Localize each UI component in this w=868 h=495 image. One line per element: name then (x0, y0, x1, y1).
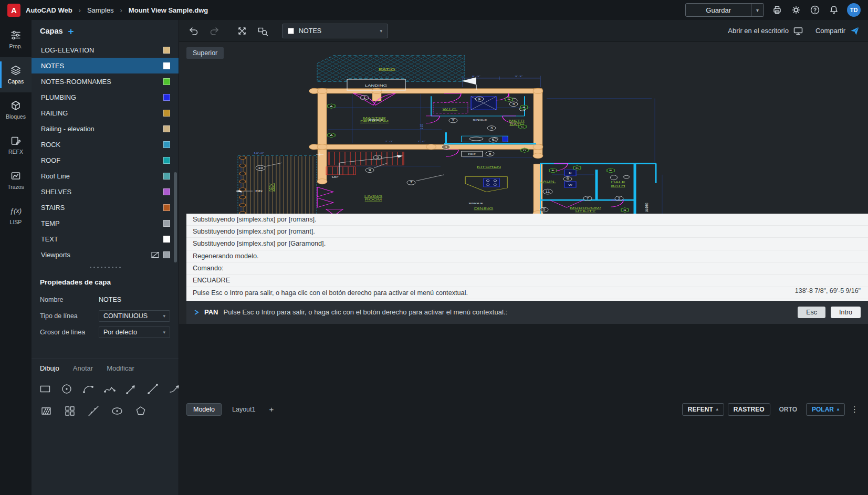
layer-row[interactable]: NOTES-ROOMNAMES (32, 73, 179, 89)
cyan-walls (238, 96, 656, 213)
layers-panel-title: Capas (40, 27, 63, 35)
tab-modificar[interactable]: Modificar (107, 364, 134, 372)
svg-text:8'-0": 8'-0" (472, 75, 480, 78)
layer-color-swatch[interactable] (163, 62, 170, 69)
toggle-rastreo[interactable]: RASTREO (728, 403, 770, 416)
side-panel: Capas + LOG-ELEVATION NOTES NOTES-ROOMNA… (32, 20, 179, 495)
view-orientation-badge[interactable]: Superior (186, 47, 224, 59)
zoom-window-icon[interactable] (256, 25, 269, 37)
ellipse-tool-icon[interactable] (110, 404, 124, 418)
rail-item-lisp[interactable]: ƒ(x) LISP (0, 198, 32, 233)
polyline-tool-icon[interactable] (103, 382, 116, 396)
ray-tool-icon[interactable] (125, 382, 138, 396)
layers-scrollbar[interactable] (174, 172, 177, 262)
rail-item-properties[interactable]: Prop. (0, 22, 32, 57)
add-layout-button[interactable]: + (266, 405, 277, 414)
rail-item-plots[interactable]: Trazos (0, 163, 32, 198)
layer-row[interactable]: Roof Line (32, 168, 179, 184)
rectangle-tool-icon[interactable] (39, 382, 51, 396)
polygon-tool-icon[interactable] (133, 404, 148, 418)
lineweight-select[interactable]: Por defecto▾ (99, 327, 170, 338)
svg-text:3'-3": 3'-3" (515, 75, 523, 78)
toggle-polar[interactable]: POLAR▴ (806, 403, 845, 416)
rail-item-layers[interactable]: Capas (0, 57, 32, 92)
layer-row[interactable]: STAIRS (32, 199, 179, 215)
layer-color-swatch[interactable] (163, 157, 170, 164)
svg-text:7'-0": 7'-0" (417, 140, 426, 143)
arc-tool-icon[interactable] (82, 382, 95, 396)
toggle-refent[interactable]: REFENT▴ (682, 403, 724, 416)
layer-row[interactable]: Railing - elevation (32, 121, 179, 136)
layer-color-swatch[interactable] (163, 220, 170, 227)
dimension-tool-icon[interactable] (86, 404, 101, 418)
share-link[interactable]: Compartir (815, 26, 860, 36)
add-layer-button[interactable]: + (68, 26, 74, 36)
layer-row[interactable]: ROOF (32, 152, 179, 168)
name-value: NOTES (99, 296, 121, 303)
layer-row[interactable]: LOG-ELEVATION (32, 42, 179, 58)
notifications-bell-icon[interactable] (828, 4, 840, 16)
linetype-select[interactable]: CONTINUOUS▾ (99, 310, 170, 322)
redo-icon[interactable] (208, 25, 221, 37)
hatch-tool-icon[interactable] (39, 404, 54, 418)
layer-row[interactable]: Viewports (32, 247, 179, 262)
layer-color-swatch[interactable] (163, 141, 170, 148)
rail-item-blocks[interactable]: Bloques (0, 92, 32, 128)
breadcrumb-folder[interactable]: Samples (87, 6, 114, 14)
esc-button[interactable]: Esc (798, 307, 825, 318)
tab-dibujo[interactable]: Dibujo (40, 364, 59, 372)
open-in-desktop-link[interactable]: Abrir en el escritorio (728, 26, 803, 36)
layer-color-swatch[interactable] (163, 204, 170, 211)
settings-gear-icon[interactable] (790, 4, 802, 16)
cursor-coordinates: 138'-8 7/8", 69'-5 9/16" (795, 287, 861, 294)
rail-item-xref[interactable]: REFX (0, 128, 32, 163)
label-up: UP (331, 176, 338, 179)
match-properties-icon[interactable] (236, 25, 248, 37)
command-history-panel[interactable]: Substituyendo [simplex.shx] por [romans]… (186, 214, 868, 301)
layer-color-swatch[interactable] (163, 173, 170, 180)
toggle-orto[interactable]: ORTO (774, 404, 802, 415)
tab-modelo[interactable]: Modelo (186, 403, 222, 416)
save-button[interactable]: Guardar (686, 4, 751, 16)
panel-resize-handle[interactable] (32, 263, 179, 272)
tab-layout1[interactable]: Layout1 (226, 404, 262, 415)
svg-text:4: 4 (445, 146, 447, 149)
layer-color-swatch[interactable] (163, 78, 170, 85)
current-layer-dropdown[interactable]: NOTES ▾ (282, 24, 388, 38)
svg-text:C: C (521, 125, 524, 128)
drawing-canvas[interactable]: 8'-0" 3'-3" 7'-0" 7'-0" 10'-0" 1-1/2 PAT… (179, 42, 868, 214)
layer-row[interactable]: ROCK (32, 136, 179, 152)
autocad-logo[interactable]: A (7, 4, 20, 17)
tab-anotar[interactable]: Anotar (73, 364, 93, 372)
draw-tools-panel: Dibujo Anotar Modificar (32, 358, 179, 422)
array-tool-icon[interactable] (62, 404, 77, 418)
layer-color-swatch[interactable] (163, 236, 170, 243)
layer-row[interactable]: TEMP (32, 215, 179, 231)
layer-color-swatch[interactable] (163, 110, 170, 117)
undo-icon[interactable] (187, 25, 200, 37)
command-prompt-bar[interactable]: PAN Pulse Esc o Intro para salir, o haga… (186, 301, 868, 324)
help-icon[interactable] (809, 4, 821, 16)
breadcrumb-app[interactable]: AutoCAD Web (26, 6, 72, 14)
save-split-button[interactable]: Guardar ▾ (685, 3, 764, 17)
status-overflow-menu[interactable]: ⋮ (849, 405, 861, 414)
user-avatar[interactable]: TD (847, 3, 861, 17)
prompt-message: Pulse Esc o Intro para salir, o haga cli… (223, 308, 507, 316)
layer-color-swatch[interactable] (163, 188, 170, 195)
svg-text:7: 7 (410, 181, 413, 184)
layer-color-swatch[interactable] (163, 125, 170, 132)
circle-tool-icon[interactable] (60, 382, 73, 396)
print-icon[interactable] (771, 4, 783, 16)
layer-color-swatch[interactable] (163, 47, 170, 54)
save-dropdown-caret[interactable]: ▾ (751, 4, 764, 16)
layer-color-swatch[interactable] (163, 251, 170, 258)
viewport-icon (151, 251, 159, 258)
layer-row[interactable]: RAILING (32, 105, 179, 121)
layer-color-swatch[interactable] (163, 94, 170, 101)
layer-row-selected[interactable]: NOTES (32, 58, 179, 73)
intro-button[interactable]: Intro (831, 307, 861, 318)
layer-row[interactable]: PLUMBING (32, 89, 179, 105)
layer-row[interactable]: TEXT (32, 231, 179, 247)
layer-row[interactable]: SHELVES (32, 184, 179, 199)
line-tool-icon[interactable] (147, 382, 159, 396)
